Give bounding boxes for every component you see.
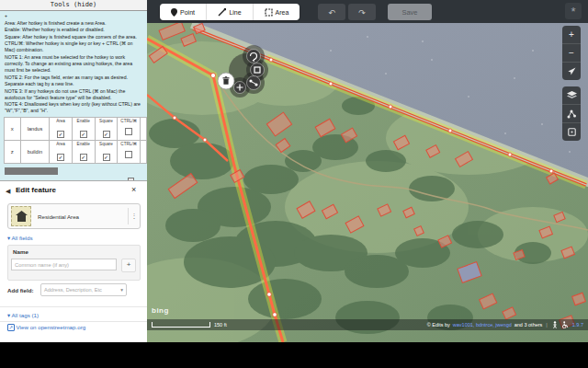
ctrl-checkbox[interactable]: [125, 151, 132, 158]
name-input[interactable]: [11, 259, 117, 270]
bottom-letterbox: [0, 342, 588, 368]
hotkey-key-input[interactable]: z: [5, 141, 21, 164]
add-value-button[interactable]: +: [121, 259, 136, 272]
attribution: © Edits by wav1001, bdntrce, jwengd and …: [427, 321, 588, 328]
edit-feature-title: Edit feature: [16, 186, 56, 194]
enable-checkbox[interactable]: ✓: [80, 154, 87, 161]
add-field-placeholder: Address, Description, Etc: [44, 287, 102, 293]
help-icon: [568, 128, 576, 136]
hotkey-row: x landus Area✓ Enable✓ Square✓ CTRL/⌘: [5, 118, 147, 141]
residential-area-icon: [11, 206, 31, 226]
add-field-label: Add field:: [7, 287, 34, 293]
hotkey-row: z buildin Area✓ Enable✓ Square✓ CTRL/⌘: [5, 141, 147, 164]
map-toolbar: Point Line Area ↶ ↷ Save *: [147, 0, 588, 23]
hotkey-key-input[interactable]: x: [5, 118, 21, 141]
area-checkbox[interactable]: ✓: [57, 154, 64, 161]
all-tags-toggle[interactable]: ▾ All tags (1): [7, 312, 39, 318]
scale-bar: [152, 322, 210, 328]
close-icon[interactable]: ×: [131, 185, 136, 194]
hotkey-tag-input[interactable]: landus: [20, 118, 50, 141]
help-line: Enable: Whether hotkey is enabled or dis…: [5, 27, 142, 33]
point-button[interactable]: Point: [160, 4, 207, 20]
geolocate-icon: [568, 67, 576, 75]
preset-more-icon[interactable]: ⋮: [128, 208, 140, 224]
attribution-user-links[interactable]: wav1001, bdntrce, jwengd: [453, 322, 512, 328]
help-line: CTRL/⌘: Whether hotkey is single key or …: [5, 40, 142, 53]
col-label-square: Square: [96, 142, 118, 146]
square-checkbox[interactable]: ✓: [103, 154, 110, 161]
point-icon: [171, 8, 177, 17]
help-line: Square: After hotkey is finished square …: [5, 34, 142, 40]
enable-checkbox[interactable]: ✓: [80, 131, 87, 138]
left-sidebar: Tools (hide) + Area: After hotkey is fin…: [0, 0, 147, 342]
all-fields-toggle[interactable]: ▾ All fields: [7, 235, 33, 241]
add-field-select[interactable]: Address, Description, Etc ▾: [40, 283, 127, 296]
area-button[interactable]: Area: [254, 4, 300, 20]
delete-button[interactable]: [218, 73, 234, 89]
tools-help-text: + Area: After hotkey is finished create …: [0, 11, 147, 114]
chevron-down-icon: ▾: [120, 287, 123, 293]
empty-cell: [141, 141, 147, 164]
scale-label: 150 ft: [214, 322, 227, 328]
pedestrian-icon: [551, 321, 559, 328]
move-button[interactable]: [234, 82, 246, 94]
wheelchair-icon: [561, 321, 570, 328]
geolocate-button[interactable]: [562, 63, 581, 80]
version-link[interactable]: 1.9.7: [572, 322, 583, 328]
hotkey-tag-input[interactable]: buildin: [20, 141, 50, 164]
ctrl-checkbox[interactable]: [125, 128, 132, 135]
map-data-button[interactable]: [562, 105, 581, 123]
map-data-icon: [567, 109, 576, 119]
preset-card[interactable]: Residential Area ⋮: [7, 203, 141, 229]
hotkey-table: x landus Area✓ Enable✓ Square✓ CTRL/⌘ z …: [4, 117, 147, 164]
preset-name: Residential Area: [38, 213, 79, 220]
rotate-button[interactable]: [247, 50, 261, 63]
help-line: Area: After hotkey is finished create a …: [5, 20, 142, 27]
edit-feature-panel: ◀ Edit feature × Residential Area ⋮ ▾ Al…: [0, 180, 147, 342]
redo-button[interactable]: ↷: [348, 4, 376, 20]
orthogonalize-button[interactable]: [251, 63, 265, 77]
trash-icon: [223, 76, 230, 85]
draw-mode-group: Point Line Area: [160, 4, 300, 20]
zoom-control-group: + −: [562, 26, 581, 80]
disconnect-button[interactable]: [247, 76, 261, 90]
undo-button[interactable]: ↶: [318, 4, 345, 20]
tools-panel: Tools (hide) + Area: After hotkey is fin…: [0, 0, 147, 180]
bing-logo: bing: [152, 306, 169, 315]
map-area[interactable]: Point Line Area ↶ ↷ Save * + −: [147, 0, 588, 342]
square-checkbox[interactable]: ✓: [103, 131, 110, 138]
col-label-square: Square: [96, 119, 118, 123]
view-on-osm-link[interactable]: ↗View on openstreetmap.org: [7, 324, 85, 330]
external-link-icon: ↗: [7, 324, 15, 331]
empty-cell: [141, 118, 147, 141]
area-checkbox[interactable]: ✓: [57, 131, 64, 138]
help-line: NOTE 4: Disallowed keys when key only (k…: [5, 101, 142, 114]
col-label-area: Area: [50, 142, 72, 146]
col-label-enable: Enable: [73, 142, 95, 146]
zoom-in-button[interactable]: +: [562, 26, 581, 44]
panel-control-group: [562, 86, 581, 141]
tools-apply-button[interactable]: [5, 167, 58, 175]
area-icon: [265, 8, 273, 17]
help-button[interactable]: [562, 123, 581, 141]
line-button[interactable]: Line: [207, 4, 254, 20]
col-label-enable: Enable: [73, 119, 95, 123]
help-line: +: [5, 13, 142, 19]
divider: [0, 306, 147, 307]
attribution-prefix: © Edits by: [427, 322, 450, 328]
attribution-divider: |: [546, 322, 547, 328]
attribution-suffix: and 3 others: [514, 322, 543, 328]
save-button[interactable]: Save: [388, 4, 432, 20]
col-label-ctrl: CTRL/⌘: [118, 142, 140, 146]
zoom-out-button[interactable]: −: [562, 44, 581, 63]
map-footer-bar: 150 ft © Edits by wav1001, bdntrce, jwen…: [147, 319, 588, 330]
col-label-area: Area: [50, 119, 72, 123]
divider: [0, 321, 147, 322]
tools-panel-header[interactable]: Tools (hide): [0, 0, 147, 11]
map-canvas[interactable]: [147, 23, 588, 342]
background-layers-button[interactable]: [562, 86, 581, 105]
line-icon: [218, 8, 226, 17]
app-window: Tools (hide) + Area: After hotkey is fin…: [0, 0, 588, 368]
back-icon[interactable]: ◀: [6, 188, 10, 195]
name-label: Name: [13, 248, 28, 255]
